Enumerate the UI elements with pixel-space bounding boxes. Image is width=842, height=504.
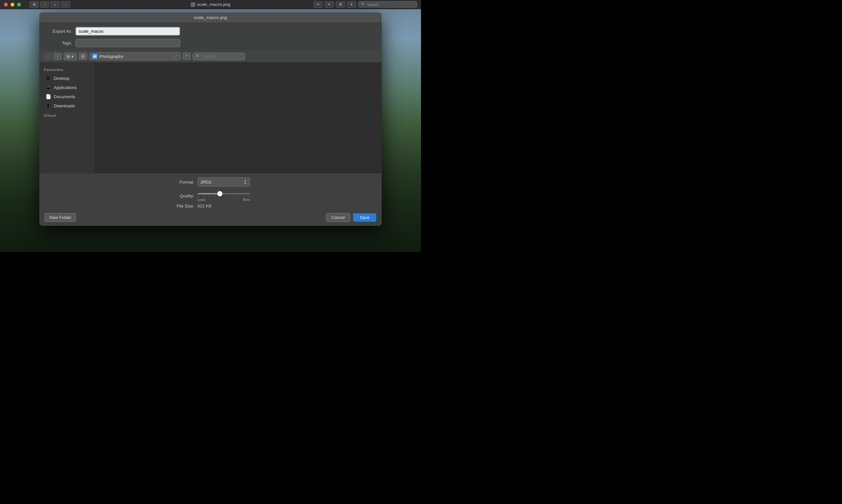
view-toggle-button[interactable]: ⊞ [30, 1, 39, 8]
bottom-bar: Format: JPEG ▲ ▼ Quality: [39, 173, 382, 226]
traffic-lights [4, 3, 21, 6]
zoom-out-button[interactable]: − [40, 1, 49, 8]
search-placeholder: Search [367, 3, 379, 6]
toolbar-tools: ⊞ − + ↑ [30, 1, 70, 8]
sidebar: Favourites 🖥 Desktop 📱 Applications 📄 Do… [39, 62, 95, 173]
main-content: Favourites 🖥 Desktop 📱 Applications 📄 Do… [39, 62, 382, 173]
sidebar-item-documents-label: Documents [54, 94, 75, 99]
format-row: Format: JPEG ▲ ▼ [45, 177, 376, 186]
back-icon: ‹ [47, 54, 49, 58]
title-bar-right: ✏ ▾ ⊞ ℹ 🔍 Search [313, 1, 417, 8]
view-mode-button[interactable]: ⊞ ▾ [64, 53, 77, 60]
export-as-row: Export As: [39, 23, 382, 38]
title-bar-title: scale_macos.png [191, 2, 230, 7]
minimize-button[interactable] [11, 3, 14, 6]
grid-view-icon: ⊞ [67, 54, 70, 59]
forward-button[interactable]: › [54, 53, 62, 60]
save-button[interactable]: Save [353, 213, 376, 222]
quality-slider-track [197, 193, 250, 194]
sidebar-item-downloads-label: Downloads [54, 104, 75, 108]
forward-icon: › [57, 54, 58, 58]
sidebar-item-desktop[interactable]: 🖥 Desktop [41, 74, 93, 83]
search-bar[interactable]: 🔍 Search [358, 1, 417, 7]
icloud-header: iCloud [39, 110, 95, 120]
format-label: Format: [171, 180, 194, 184]
filesize-value: 421 KB [197, 203, 250, 209]
cancel-button[interactable]: Cancel [326, 213, 350, 222]
downloads-icon: ⬇ [45, 103, 51, 109]
back-button[interactable]: ‹ [44, 53, 52, 60]
dialog-title-bar: scale_macos.png [39, 13, 382, 23]
view-mode-main: ⊞ ▾ [64, 53, 76, 60]
columns-view-button[interactable]: ⦿ [79, 53, 87, 60]
quality-label: Quality: [171, 194, 194, 198]
share-button[interactable]: ↑ [61, 1, 70, 8]
desktop-icon: 🖥 [45, 75, 51, 81]
new-folder-button[interactable]: New Folder [45, 213, 76, 222]
format-select-arrows-icon: ▲ ▼ [244, 179, 247, 185]
sidebar-item-applications[interactable]: 📱 Applications [41, 83, 93, 92]
action-buttons: Cancel Save [326, 213, 376, 222]
tools-dropdown-button[interactable]: ▾ [325, 1, 334, 8]
expand-button[interactable]: ⌃ [183, 53, 191, 60]
location-chevron-icon: ⌄⌃ [173, 55, 178, 58]
view-mode-arrow: ▾ [71, 54, 74, 59]
window-title: scale_macos.png [197, 2, 230, 7]
filesize-row: File Size: 421 KB [45, 203, 376, 209]
filesize-label: File Size: [171, 203, 194, 209]
location-dropdown[interactable]: 📁 Photographs ⌄⌃ [89, 52, 181, 60]
maximize-button[interactable] [17, 3, 21, 6]
quality-least-label: Least [197, 198, 205, 202]
favourites-header: Favourites [39, 67, 95, 74]
sidebar-item-desktop-label: Desktop [54, 76, 69, 81]
location-name: Photographs [99, 54, 171, 59]
file-icon [191, 2, 195, 7]
close-button[interactable] [4, 3, 8, 6]
export-as-input[interactable] [75, 27, 180, 36]
search-icon: 🔍 [361, 2, 366, 6]
nav-search-icon: 🔍 [195, 54, 201, 58]
format-select-value: JPEG [201, 180, 242, 184]
action-button[interactable]: ⊞ [336, 1, 345, 8]
edit-button[interactable]: ✏ [313, 1, 323, 8]
tags-row: Tags: [39, 38, 382, 50]
sidebar-item-downloads[interactable]: ⬇ Downloads [41, 101, 93, 110]
export-as-label: Export As: [46, 29, 72, 34]
title-bar: ⊞ − + ↑ scale_macos.png ✏ ▾ ⊞ ℹ 🔍 Search [0, 0, 421, 9]
quality-row: Quality: [45, 190, 376, 202]
nav-search[interactable]: 🔍 [193, 53, 245, 60]
info-button[interactable]: ℹ [347, 1, 356, 8]
folder-icon: 📁 [92, 54, 97, 59]
tags-label: Tags: [46, 40, 72, 46]
dialog-title: scale_macos.png [194, 15, 227, 20]
nav-search-input[interactable] [202, 54, 242, 59]
file-area [95, 62, 382, 173]
quality-slider-ticks [197, 196, 250, 197]
quality-slider-container: Least Best [197, 190, 250, 202]
applications-icon: 📱 [45, 85, 51, 90]
nav-toolbar: ‹ › ⊞ ▾ ⦿ 📁 Photographs ⌄⌃ ⌃ 🔍 [39, 50, 382, 62]
columns-icon: ⦿ [81, 54, 85, 59]
zoom-in-button[interactable]: + [50, 1, 59, 8]
documents-icon: 📄 [45, 94, 51, 100]
quality-slider-fill [197, 193, 219, 194]
format-select[interactable]: JPEG ▲ ▼ [197, 177, 250, 186]
sidebar-item-applications-label: Applications [54, 85, 77, 90]
sidebar-item-documents[interactable]: 📄 Documents [41, 92, 93, 101]
save-dialog: scale_macos.png Export As: Tags: ‹ › ⊞ ▾… [39, 13, 382, 226]
expand-icon: ⌃ [186, 54, 188, 58]
tags-input[interactable] [75, 39, 180, 47]
quality-slider-labels: Least Best [197, 198, 250, 202]
buttons-row: New Folder Cancel Save [45, 213, 376, 222]
quality-best-label: Best [243, 198, 250, 202]
